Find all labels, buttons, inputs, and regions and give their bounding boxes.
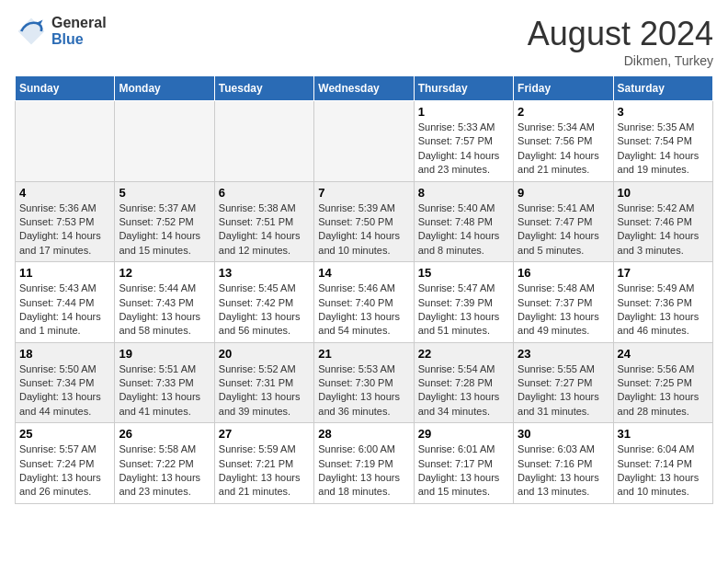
day-number: 1 <box>418 105 509 119</box>
calendar-cell: 10Sunrise: 5:42 AMSunset: 7:46 PMDayligh… <box>613 181 712 262</box>
day-info: Sunrise: 5:57 AMSunset: 7:24 PMDaylight:… <box>19 442 110 500</box>
day-info: Sunrise: 5:48 AMSunset: 7:37 PMDaylight:… <box>518 282 609 339</box>
calendar-cell: 12Sunrise: 5:44 AMSunset: 7:43 PMDayligh… <box>115 262 214 343</box>
month-year: August 2024 <box>528 15 713 53</box>
day-number: 5 <box>119 186 210 200</box>
calendar-cell: 27Sunrise: 5:59 AMSunset: 7:21 PMDayligh… <box>214 423 313 504</box>
calendar-cell: 19Sunrise: 5:51 AMSunset: 7:33 PMDayligh… <box>115 342 214 423</box>
calendar-cell: 18Sunrise: 5:50 AMSunset: 7:34 PMDayligh… <box>16 342 115 423</box>
day-info: Sunrise: 5:58 AMSunset: 7:22 PMDaylight:… <box>119 442 210 500</box>
calendar-cell: 6Sunrise: 5:38 AMSunset: 7:51 PMDaylight… <box>214 181 313 262</box>
calendar-cell: 31Sunrise: 6:04 AMSunset: 7:14 PMDayligh… <box>613 423 712 504</box>
day-number: 6 <box>219 186 310 200</box>
logo-general: General <box>51 15 107 30</box>
day-number: 19 <box>119 347 210 361</box>
day-number: 31 <box>618 427 709 441</box>
day-info: Sunrise: 5:43 AMSunset: 7:44 PMDaylight:… <box>19 282 110 339</box>
calendar-cell: 11Sunrise: 5:43 AMSunset: 7:44 PMDayligh… <box>16 262 115 343</box>
day-info: Sunrise: 5:56 AMSunset: 7:25 PMDaylight:… <box>618 362 709 419</box>
calendar-week-row: 18Sunrise: 5:50 AMSunset: 7:34 PMDayligh… <box>16 342 713 423</box>
calendar-header-monday: Monday <box>115 76 214 101</box>
day-info: Sunrise: 5:47 AMSunset: 7:39 PMDaylight:… <box>418 282 509 339</box>
day-number: 20 <box>219 347 310 361</box>
day-number: 21 <box>318 347 409 361</box>
calendar-cell: 9Sunrise: 5:41 AMSunset: 7:47 PMDaylight… <box>514 181 613 262</box>
calendar-header-row: SundayMondayTuesdayWednesdayThursdayFrid… <box>16 76 713 101</box>
calendar-cell: 7Sunrise: 5:39 AMSunset: 7:50 PMDaylight… <box>314 181 414 262</box>
day-number: 26 <box>119 427 210 441</box>
day-info: Sunrise: 5:34 AMSunset: 7:56 PMDaylight:… <box>518 121 609 178</box>
calendar-cell: 15Sunrise: 5:47 AMSunset: 7:39 PMDayligh… <box>414 262 513 343</box>
day-number: 13 <box>219 266 310 280</box>
calendar-table: SundayMondayTuesdayWednesdayThursdayFrid… <box>15 75 713 504</box>
calendar-cell: 28Sunrise: 6:00 AMSunset: 7:19 PMDayligh… <box>314 423 414 504</box>
day-number: 9 <box>518 186 609 200</box>
day-number: 25 <box>19 427 110 441</box>
logo-icon <box>15 15 48 48</box>
title-block: August 2024 Dikmen, Turkey <box>528 15 713 68</box>
day-info: Sunrise: 5:46 AMSunset: 7:40 PMDaylight:… <box>318 282 409 339</box>
day-number: 30 <box>518 427 609 441</box>
calendar-header-tuesday: Tuesday <box>214 76 313 101</box>
calendar-cell <box>115 101 214 182</box>
day-info: Sunrise: 5:52 AMSunset: 7:31 PMDaylight:… <box>219 362 310 419</box>
day-number: 22 <box>418 347 509 361</box>
day-info: Sunrise: 6:03 AMSunset: 7:16 PMDaylight:… <box>518 442 609 500</box>
calendar-cell: 24Sunrise: 5:56 AMSunset: 7:25 PMDayligh… <box>613 342 712 423</box>
day-info: Sunrise: 5:51 AMSunset: 7:33 PMDaylight:… <box>119 362 210 419</box>
calendar-cell: 13Sunrise: 5:45 AMSunset: 7:42 PMDayligh… <box>214 262 313 343</box>
day-number: 27 <box>219 427 310 441</box>
day-info: Sunrise: 5:37 AMSunset: 7:52 PMDaylight:… <box>119 201 210 259</box>
location: Dikmen, Turkey <box>528 53 713 68</box>
calendar-week-row: 1Sunrise: 5:33 AMSunset: 7:57 PMDaylight… <box>16 101 713 182</box>
calendar-week-row: 11Sunrise: 5:43 AMSunset: 7:44 PMDayligh… <box>16 262 713 343</box>
day-info: Sunrise: 6:00 AMSunset: 7:19 PMDaylight:… <box>318 442 409 500</box>
day-number: 23 <box>518 347 609 361</box>
day-info: Sunrise: 5:44 AMSunset: 7:43 PMDaylight:… <box>119 282 210 339</box>
calendar-cell: 3Sunrise: 5:35 AMSunset: 7:54 PMDaylight… <box>613 101 712 182</box>
day-number: 12 <box>119 266 210 280</box>
logo: General Blue <box>15 15 107 48</box>
day-info: Sunrise: 5:38 AMSunset: 7:51 PMDaylight:… <box>219 201 310 259</box>
day-number: 11 <box>19 266 110 280</box>
calendar-cell: 16Sunrise: 5:48 AMSunset: 7:37 PMDayligh… <box>514 262 613 343</box>
calendar-cell: 30Sunrise: 6:03 AMSunset: 7:16 PMDayligh… <box>514 423 613 504</box>
day-info: Sunrise: 6:01 AMSunset: 7:17 PMDaylight:… <box>418 442 509 500</box>
day-info: Sunrise: 5:59 AMSunset: 7:21 PMDaylight:… <box>219 442 310 500</box>
calendar-cell <box>16 101 115 182</box>
calendar-cell: 20Sunrise: 5:52 AMSunset: 7:31 PMDayligh… <box>214 342 313 423</box>
day-info: Sunrise: 5:53 AMSunset: 7:30 PMDaylight:… <box>318 362 409 419</box>
day-number: 18 <box>19 347 110 361</box>
day-number: 7 <box>318 186 409 200</box>
logo-blue: Blue <box>51 31 84 47</box>
day-number: 15 <box>418 266 509 280</box>
calendar-cell: 14Sunrise: 5:46 AMSunset: 7:40 PMDayligh… <box>314 262 414 343</box>
day-info: Sunrise: 5:55 AMSunset: 7:27 PMDaylight:… <box>518 362 609 419</box>
calendar-cell: 2Sunrise: 5:34 AMSunset: 7:56 PMDaylight… <box>514 101 613 182</box>
day-info: Sunrise: 5:42 AMSunset: 7:46 PMDaylight:… <box>618 201 709 259</box>
calendar-cell: 26Sunrise: 5:58 AMSunset: 7:22 PMDayligh… <box>115 423 214 504</box>
day-info: Sunrise: 5:49 AMSunset: 7:36 PMDaylight:… <box>618 282 709 339</box>
day-info: Sunrise: 5:36 AMSunset: 7:53 PMDaylight:… <box>19 201 110 259</box>
day-info: Sunrise: 5:33 AMSunset: 7:57 PMDaylight:… <box>418 121 509 178</box>
day-info: Sunrise: 5:35 AMSunset: 7:54 PMDaylight:… <box>618 121 709 178</box>
calendar-header-saturday: Saturday <box>613 76 712 101</box>
day-number: 17 <box>618 266 709 280</box>
day-number: 14 <box>318 266 409 280</box>
day-info: Sunrise: 5:40 AMSunset: 7:48 PMDaylight:… <box>418 201 509 259</box>
page-header: General Blue August 2024 Dikmen, Turkey <box>15 15 713 68</box>
calendar-cell: 23Sunrise: 5:55 AMSunset: 7:27 PMDayligh… <box>514 342 613 423</box>
day-number: 10 <box>618 186 709 200</box>
day-number: 24 <box>618 347 709 361</box>
calendar-cell: 21Sunrise: 5:53 AMSunset: 7:30 PMDayligh… <box>314 342 414 423</box>
calendar-cell: 5Sunrise: 5:37 AMSunset: 7:52 PMDaylight… <box>115 181 214 262</box>
day-info: Sunrise: 5:45 AMSunset: 7:42 PMDaylight:… <box>219 282 310 339</box>
day-number: 2 <box>518 105 609 119</box>
day-info: Sunrise: 5:39 AMSunset: 7:50 PMDaylight:… <box>318 201 409 259</box>
day-number: 4 <box>19 186 110 200</box>
calendar-cell: 17Sunrise: 5:49 AMSunset: 7:36 PMDayligh… <box>613 262 712 343</box>
day-info: Sunrise: 6:04 AMSunset: 7:14 PMDaylight:… <box>618 442 709 500</box>
day-number: 16 <box>518 266 609 280</box>
calendar-cell: 22Sunrise: 5:54 AMSunset: 7:28 PMDayligh… <box>414 342 513 423</box>
calendar-header-thursday: Thursday <box>414 76 513 101</box>
